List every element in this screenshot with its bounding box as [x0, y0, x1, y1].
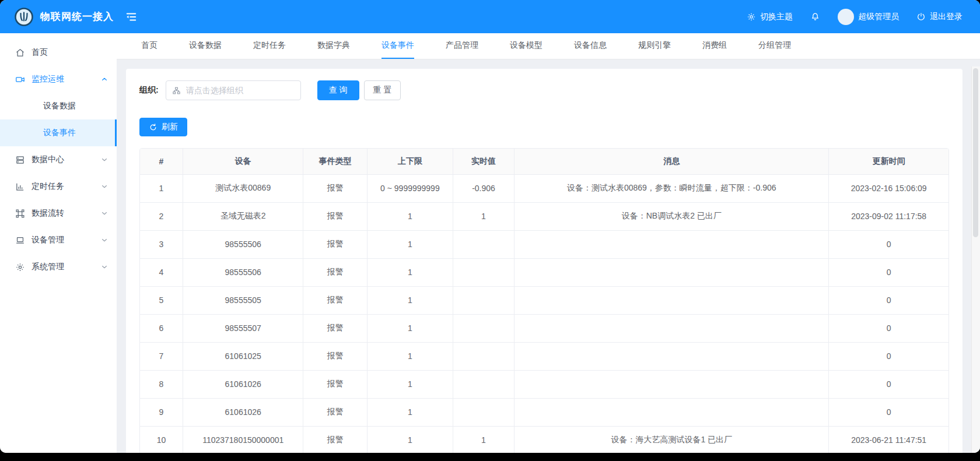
table-cell: 0: [829, 286, 949, 314]
sidebar-subitem-1-0[interactable]: 设备数据: [0, 93, 117, 119]
table-cell: 5: [140, 286, 183, 314]
org-tree-icon: [172, 86, 181, 95]
tab-5[interactable]: 产品管理: [446, 33, 478, 59]
column-header-0: #: [140, 149, 183, 174]
table-row-8: 961061026报警10: [140, 398, 949, 426]
table-cell: 1: [367, 286, 453, 314]
collapse-sidebar-icon[interactable]: [125, 10, 138, 23]
sidebar-item-2[interactable]: 数据中心: [0, 146, 117, 173]
table-cell: 98555505: [183, 286, 303, 314]
table-cell: 报警: [303, 342, 367, 370]
tab-2[interactable]: 定时任务: [253, 33, 286, 59]
tab-0[interactable]: 首页: [141, 33, 158, 59]
layout: 首页监控运维设备数据设备事件数据中心定时任务数据流转设备管理系统管理 首页设备数…: [0, 33, 980, 453]
table-cell: 8: [140, 370, 183, 398]
table-cell: 61061025: [183, 342, 303, 370]
table-cell: [453, 314, 514, 342]
chevron-down-icon: [100, 263, 108, 271]
table-header-row: #设备事件类型上下限实时值消息更新时间: [140, 149, 949, 174]
theme-switch-button[interactable]: 切换主题: [747, 12, 793, 22]
page-scrollbar[interactable]: [971, 66, 980, 453]
table-row-4: 598555505报警10: [140, 286, 949, 314]
table-cell: 2023-02-16 15:06:09: [829, 174, 949, 202]
database-icon: [15, 154, 26, 165]
table-cell: 报警: [303, 230, 367, 258]
tab-8[interactable]: 规则引擎: [638, 33, 671, 59]
content-card: 组织: 查 询 重 置: [126, 69, 963, 453]
table-cell: 6: [140, 314, 183, 342]
gear-icon: [747, 12, 756, 22]
tab-3[interactable]: 数据字典: [317, 33, 350, 59]
org-input-field[interactable]: [185, 85, 295, 96]
sidebar-subitem-1-1[interactable]: 设备事件: [0, 119, 117, 146]
header-actions: 切换主题 超级管理员 退出登录: [747, 9, 980, 25]
table-cell: [453, 370, 514, 398]
org-select-input[interactable]: [166, 80, 301, 100]
table-cell: 1: [367, 230, 453, 258]
column-header-4: 实时值: [453, 149, 514, 174]
chevron-up-icon: [100, 75, 108, 83]
table-cell: 1: [367, 370, 453, 398]
home-icon: [15, 47, 26, 58]
sidebar-item-1[interactable]: 监控运维: [0, 66, 117, 93]
tab-10[interactable]: 分组管理: [758, 33, 791, 59]
table-row-2: 398555506报警10: [140, 230, 949, 258]
table-cell: 0: [829, 398, 949, 426]
sidebar-item-label: 定时任务: [32, 181, 64, 192]
sidebar-menu: 首页监控运维设备数据设备事件数据中心定时任务数据流转设备管理系统管理: [0, 33, 117, 453]
table-cell: 设备：海大艺高测试设备1 已出厂: [514, 426, 829, 453]
table-cell: [453, 398, 514, 426]
table-cell: 2023-06-21 11:47:51: [829, 426, 949, 453]
query-button[interactable]: 查 询: [317, 80, 359, 100]
sidebar-item-0[interactable]: 首页: [0, 39, 117, 66]
table-cell: 设备：NB调试水表2 已出厂: [514, 202, 829, 230]
table-cell: 报警: [303, 286, 367, 314]
column-header-2: 事件类型: [303, 149, 367, 174]
tab-9[interactable]: 消费组: [702, 33, 727, 59]
user-menu[interactable]: 超级管理员: [838, 9, 899, 25]
sidebar-item-4[interactable]: 数据流转: [0, 200, 117, 227]
column-header-6: 更新时间: [829, 149, 949, 174]
table-cell: 报警: [303, 258, 367, 286]
flow-icon: [15, 208, 26, 219]
table-cell: 1: [367, 342, 453, 370]
table-cell: 圣域无磁表2: [183, 202, 303, 230]
table-cell: [514, 230, 829, 258]
logout-icon: [916, 12, 926, 22]
column-header-5: 消息: [514, 149, 829, 174]
table-cell: [514, 314, 829, 342]
filter-row: 组织: 查 询 重 置: [139, 80, 949, 100]
table-row-5: 698555507报警10: [140, 314, 949, 342]
table-row-9: 10110237180150000001报警11设备：海大艺高测试设备1 已出厂…: [140, 426, 949, 453]
tab-6[interactable]: 设备模型: [510, 33, 542, 59]
reset-button[interactable]: 重 置: [364, 80, 401, 100]
sidebar-item-6[interactable]: 系统管理: [0, 254, 117, 280]
sidebar-item-label: 数据流转: [32, 208, 64, 219]
app-logo-icon: [14, 7, 34, 27]
logout-button[interactable]: 退出登录: [916, 12, 963, 22]
main-area: 首页设备数据定时任务数据字典设备事件产品管理设备模型设备信息规则引擎消费组分组管…: [117, 33, 980, 453]
tab-7[interactable]: 设备信息: [574, 33, 607, 59]
scrollbar-thumb[interactable]: [973, 68, 978, 237]
table-cell: [453, 258, 514, 286]
sidebar-item-label: 系统管理: [32, 262, 64, 272]
table-row-3: 498555506报警10: [140, 258, 949, 286]
refresh-button[interactable]: 刷新: [139, 118, 187, 136]
table-cell: 0: [829, 258, 949, 286]
chevron-down-icon: [100, 236, 108, 244]
table-cell: 1: [367, 426, 453, 453]
tab-4[interactable]: 设备事件: [382, 33, 414, 59]
tab-1[interactable]: 设备数据: [189, 33, 222, 59]
table-cell: 1: [367, 202, 453, 230]
chevron-down-icon: [100, 209, 108, 217]
table-cell: 61061026: [183, 398, 303, 426]
username: 超级管理员: [858, 12, 899, 22]
sidebar-item-5[interactable]: 设备管理: [0, 227, 117, 254]
table-cell: 报警: [303, 370, 367, 398]
sidebar-item-3[interactable]: 定时任务: [0, 173, 117, 200]
table-cell: [514, 342, 829, 370]
refresh-label: 刷新: [162, 122, 178, 132]
sidebar-subitem-label: 设备数据: [43, 101, 76, 111]
notification-bell-icon[interactable]: [810, 12, 820, 22]
table-row-7: 861061026报警10: [140, 370, 949, 398]
